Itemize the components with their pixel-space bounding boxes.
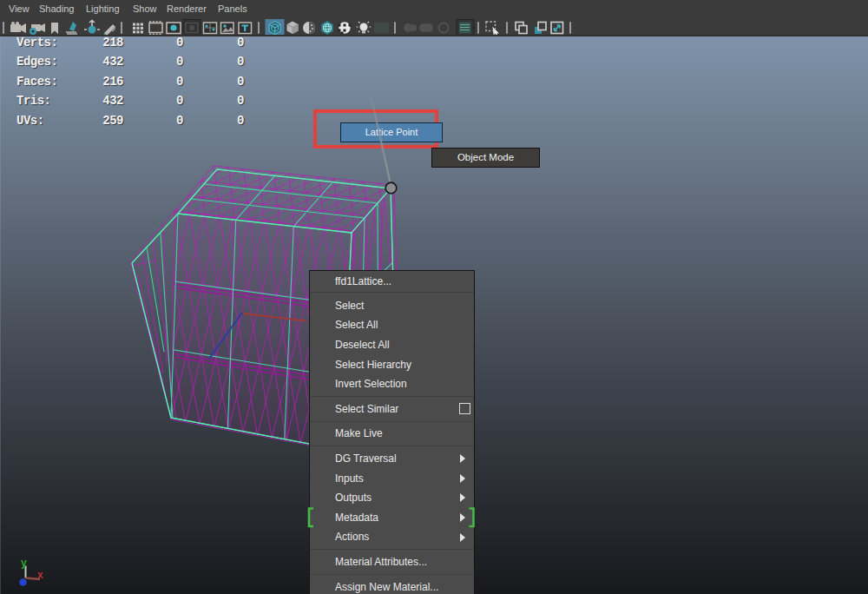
svg-text:x: x bbox=[37, 569, 43, 581]
svg-text:y: y bbox=[21, 557, 27, 569]
